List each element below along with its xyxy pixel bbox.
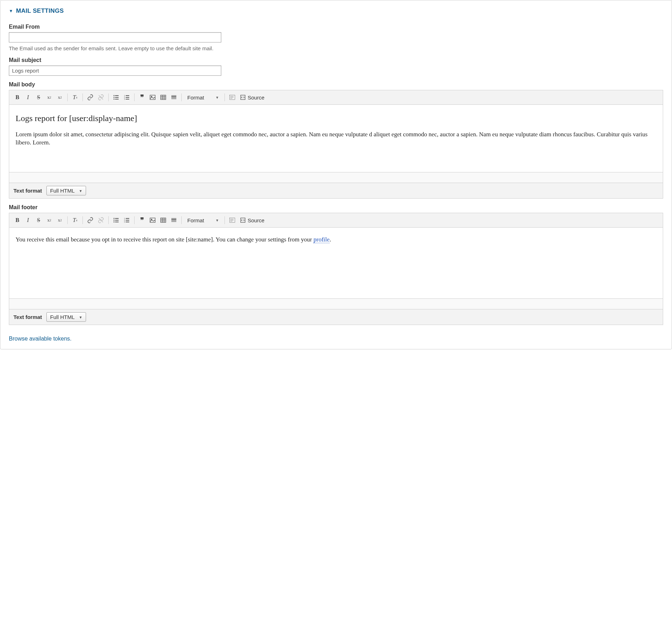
remove-format-button[interactable]: Tx xyxy=(70,215,80,225)
numbered-list-button[interactable]: 123 xyxy=(121,92,132,102)
svg-rect-8 xyxy=(126,95,129,96)
mail-footer-label: Mail footer xyxy=(9,204,663,211)
editor-statusbar xyxy=(9,172,663,183)
horizontal-rule-button[interactable] xyxy=(169,92,179,102)
svg-rect-31 xyxy=(115,218,119,219)
format-dropdown[interactable]: Format ▼ xyxy=(184,215,222,225)
numbered-list-button[interactable]: 123 xyxy=(121,215,132,225)
mail-body-content[interactable]: Logs report for [user:display-name] Lore… xyxy=(9,105,663,172)
svg-rect-35 xyxy=(115,222,119,222)
source-button[interactable]: Source xyxy=(238,215,267,225)
svg-text:2: 2 xyxy=(124,219,125,221)
mail-footer-text-format-bar: Text format Full HTML xyxy=(9,309,663,325)
profile-link[interactable]: profile xyxy=(313,236,329,243)
svg-point-34 xyxy=(114,222,115,223)
bold-button[interactable]: B xyxy=(12,92,23,102)
strike-button[interactable]: S xyxy=(33,215,44,225)
unlink-button[interactable] xyxy=(96,215,106,225)
svg-point-3 xyxy=(114,97,115,98)
svg-rect-15 xyxy=(161,95,166,100)
mail-settings-fieldset: ▼ MAIL SETTINGS Email From The Email use… xyxy=(0,0,672,349)
link-button[interactable] xyxy=(85,92,96,102)
toolbar-separator xyxy=(181,216,182,224)
svg-text:3: 3 xyxy=(124,98,125,100)
mail-subject-input[interactable] xyxy=(9,65,221,76)
format-dropdown[interactable]: Format ▼ xyxy=(184,92,222,102)
collapse-triangle-icon: ▼ xyxy=(9,9,13,13)
body-paragraph: Lorem ipsum dolor sit amet, consectetur … xyxy=(16,130,656,147)
superscript-button[interactable]: x2 xyxy=(44,92,55,102)
svg-text:2: 2 xyxy=(124,96,125,98)
section-title: MAIL SETTINGS xyxy=(16,7,64,15)
mail-body-text-format-bar: Text format Full HTML xyxy=(9,183,663,199)
source-button-label: Source xyxy=(247,95,264,101)
svg-text:1: 1 xyxy=(124,217,125,219)
source-button-label: Source xyxy=(247,217,264,223)
mail-footer-text-format-select[interactable]: Full HTML xyxy=(46,312,86,322)
svg-rect-37 xyxy=(126,218,129,219)
chevron-down-icon: ▼ xyxy=(216,96,219,99)
mail-settings-legend[interactable]: ▼ MAIL SETTINGS xyxy=(9,7,663,15)
svg-line-0 xyxy=(99,95,103,99)
unlink-button[interactable] xyxy=(96,92,106,102)
toolbar-separator xyxy=(67,216,68,224)
italic-button[interactable]: I xyxy=(23,215,33,225)
mail-subject-label: Mail subject xyxy=(9,57,663,63)
svg-rect-2 xyxy=(115,95,119,96)
blockquote-button[interactable]: ❞ xyxy=(137,215,147,225)
blockquote-button[interactable]: ❞ xyxy=(137,92,147,102)
show-blocks-button[interactable] xyxy=(227,92,238,102)
image-button[interactable] xyxy=(147,92,158,102)
svg-rect-44 xyxy=(161,218,166,223)
svg-point-30 xyxy=(114,218,115,219)
horizontal-rule-button[interactable] xyxy=(169,215,179,225)
mail-body-item: Mail body B I S x2 x2 Tx xyxy=(9,81,663,199)
format-dropdown-label: Format xyxy=(187,217,204,223)
source-button[interactable]: Source xyxy=(238,92,267,102)
format-dropdown-label: Format xyxy=(187,95,204,101)
subscript-button[interactable]: x2 xyxy=(55,215,65,225)
italic-button[interactable]: I xyxy=(23,92,33,102)
mail-body-text-format-select[interactable]: Full HTML xyxy=(46,186,86,195)
mail-footer-item: Mail footer B I S x2 x2 Tx xyxy=(9,204,663,325)
toolbar-separator xyxy=(108,93,109,101)
footer-suffix: . xyxy=(330,236,331,243)
svg-rect-10 xyxy=(126,97,129,98)
svg-line-29 xyxy=(99,218,103,222)
toolbar-separator xyxy=(82,216,83,224)
svg-point-5 xyxy=(114,99,115,100)
svg-text:1: 1 xyxy=(124,95,125,97)
subscript-button[interactable]: x2 xyxy=(55,92,65,102)
email-from-input[interactable] xyxy=(9,32,221,42)
show-blocks-button[interactable] xyxy=(227,215,238,225)
svg-rect-24 xyxy=(230,95,235,100)
bold-button[interactable]: B xyxy=(12,215,23,225)
svg-rect-39 xyxy=(126,220,129,221)
bulleted-list-button[interactable] xyxy=(111,215,121,225)
table-button[interactable] xyxy=(158,92,169,102)
mail-body-toolbar: B I S x2 x2 Tx 123 xyxy=(9,90,663,105)
strike-button[interactable]: S xyxy=(33,92,44,102)
mail-body-editor: B I S x2 x2 Tx 123 xyxy=(9,90,663,183)
svg-rect-4 xyxy=(115,97,119,98)
svg-point-14 xyxy=(151,96,152,97)
browse-tokens-link[interactable]: Browse available tokens. xyxy=(9,336,72,342)
link-button[interactable] xyxy=(85,215,96,225)
svg-rect-6 xyxy=(115,99,119,99)
superscript-button[interactable]: x2 xyxy=(44,215,55,225)
image-button[interactable] xyxy=(147,215,158,225)
mail-body-label: Mail body xyxy=(9,81,663,88)
toolbar-separator xyxy=(224,93,225,101)
remove-format-button[interactable]: Tx xyxy=(70,92,80,102)
svg-point-32 xyxy=(114,220,115,221)
svg-text:3: 3 xyxy=(124,221,125,223)
text-format-label: Text format xyxy=(13,314,42,320)
mail-footer-editor: B I S x2 x2 Tx 123 xyxy=(9,213,663,309)
email-from-help: The Email used as the sender for emails … xyxy=(9,45,663,51)
toolbar-separator xyxy=(108,216,109,224)
email-from-item: Email From The Email used as the sender … xyxy=(9,24,663,51)
bulleted-list-button[interactable] xyxy=(111,92,121,102)
email-from-label: Email From xyxy=(9,24,663,30)
table-button[interactable] xyxy=(158,215,169,225)
mail-footer-content[interactable]: You receive this email because you opt i… xyxy=(9,228,663,298)
